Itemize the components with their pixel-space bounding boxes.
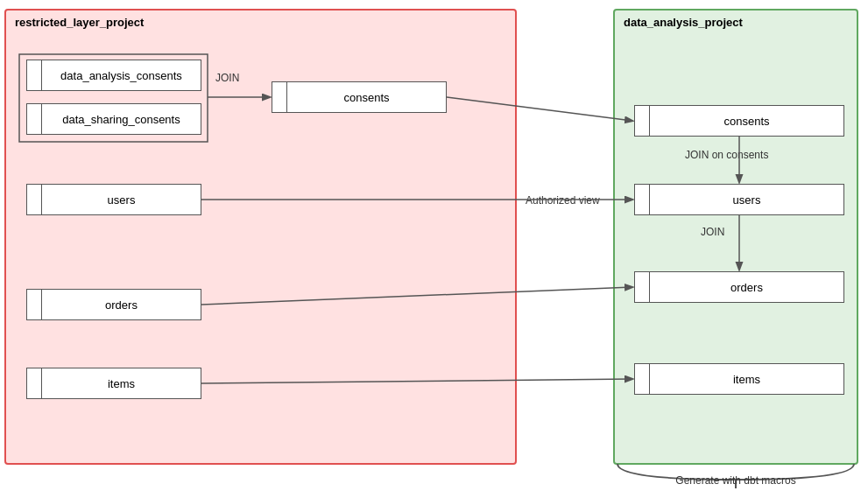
- table-left-col: [634, 363, 650, 395]
- table-left-col: [26, 368, 42, 399]
- table-orders-left: orders: [26, 289, 201, 320]
- table-label: data_sharing_consents: [42, 103, 201, 135]
- table-label: data_analysis_consents: [42, 60, 201, 91]
- table-users-right: users: [634, 184, 844, 215]
- diagram-container: restricted_layer_project data_analysis_p…: [0, 0, 868, 491]
- table-items-right: items: [634, 363, 844, 395]
- table-label: users: [42, 184, 201, 215]
- join-right-label: JOIN: [701, 226, 724, 238]
- table-label: items: [42, 368, 201, 399]
- table-data-sharing-consents: data_sharing_consents: [26, 103, 201, 135]
- authorized-view-label: Authorized view: [526, 194, 600, 207]
- table-left-col: [26, 289, 42, 320]
- table-left-col: [26, 103, 42, 135]
- table-consents-right: consents: [634, 105, 844, 137]
- table-left-col: [272, 81, 287, 113]
- table-label: items: [650, 363, 844, 395]
- table-left-col: [634, 105, 650, 137]
- table-consents-middle: consents: [272, 81, 447, 113]
- table-left-col: [634, 184, 650, 215]
- join-label: JOIN: [215, 72, 239, 84]
- table-label: users: [650, 184, 844, 215]
- join-on-consents-label: JOIN on consents: [685, 149, 768, 161]
- right-project-title: data_analysis_project: [615, 11, 857, 34]
- table-label: orders: [42, 289, 201, 320]
- table-left-col: [26, 184, 42, 215]
- right-project-box: data_analysis_project: [613, 9, 858, 465]
- table-users-left: users: [26, 184, 201, 215]
- table-label: consents: [650, 105, 844, 137]
- table-label: consents: [287, 81, 447, 113]
- table-left-col: [26, 60, 42, 91]
- table-items-left: items: [26, 368, 201, 399]
- table-left-col: [634, 271, 650, 303]
- table-label: orders: [650, 271, 844, 303]
- table-data-analysis-consents: data_analysis_consents: [26, 60, 201, 91]
- generate-label: Generate with dbt macros: [613, 474, 858, 487]
- table-orders-right: orders: [634, 271, 844, 303]
- left-project-title: restricted_layer_project: [6, 11, 515, 34]
